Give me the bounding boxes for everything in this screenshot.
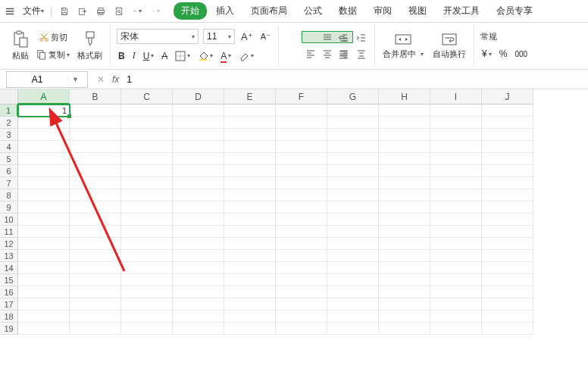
- cell[interactable]: [379, 189, 430, 201]
- cell[interactable]: [18, 250, 70, 262]
- cell[interactable]: [173, 117, 224, 129]
- cell[interactable]: [327, 310, 379, 323]
- cell[interactable]: [173, 323, 224, 335]
- cell[interactable]: [379, 201, 430, 214]
- cell[interactable]: [482, 274, 533, 286]
- cell[interactable]: [18, 310, 70, 323]
- column-header[interactable]: E: [224, 89, 276, 105]
- print-preview-button[interactable]: [113, 5, 125, 17]
- cell[interactable]: [482, 310, 533, 323]
- cell[interactable]: [379, 214, 430, 226]
- cell[interactable]: [430, 165, 482, 177]
- tab-review[interactable]: 审阅: [366, 2, 399, 20]
- cell[interactable]: [430, 323, 482, 335]
- cell[interactable]: [70, 165, 121, 177]
- cell[interactable]: [121, 105, 173, 117]
- row-header[interactable]: 9: [0, 201, 18, 214]
- cell[interactable]: [224, 310, 276, 323]
- cell[interactable]: [379, 165, 430, 177]
- column-header[interactable]: H: [379, 89, 430, 105]
- cell[interactable]: [276, 153, 327, 165]
- row-header[interactable]: 13: [0, 250, 18, 262]
- cell[interactable]: [276, 262, 327, 274]
- name-box[interactable]: ▼: [6, 71, 88, 88]
- cell[interactable]: [173, 250, 224, 262]
- cell[interactable]: [18, 153, 70, 165]
- cell[interactable]: [18, 262, 70, 274]
- cancel-icon[interactable]: ✕: [97, 74, 105, 85]
- cell[interactable]: [224, 201, 276, 214]
- cell[interactable]: [379, 238, 430, 250]
- cell[interactable]: [430, 189, 482, 201]
- column-header[interactable]: A: [18, 89, 70, 105]
- row-header[interactable]: 10: [0, 214, 18, 226]
- cell[interactable]: [224, 286, 276, 298]
- cell[interactable]: [327, 298, 379, 310]
- currency-button[interactable]: ¥▾: [480, 47, 493, 61]
- cell[interactable]: [430, 201, 482, 214]
- cell[interactable]: [379, 226, 430, 238]
- cell[interactable]: [121, 141, 173, 153]
- increase-font-button[interactable]: A⁺: [239, 30, 255, 44]
- distribute-button[interactable]: [355, 48, 368, 61]
- name-box-input[interactable]: [7, 74, 67, 85]
- column-header[interactable]: C: [121, 89, 173, 105]
- cell[interactable]: [379, 105, 430, 117]
- tab-home[interactable]: 开始: [174, 2, 207, 20]
- cell[interactable]: [276, 165, 327, 177]
- cell[interactable]: [121, 274, 173, 286]
- cell[interactable]: [224, 129, 276, 141]
- row-header[interactable]: 8: [0, 189, 18, 201]
- hamburger-menu[interactable]: [5, 6, 15, 17]
- row-header[interactable]: 11: [0, 226, 18, 238]
- cell[interactable]: [18, 177, 70, 189]
- cell[interactable]: [121, 286, 173, 298]
- cell[interactable]: [18, 189, 70, 201]
- cell[interactable]: [70, 226, 121, 238]
- cell[interactable]: [327, 141, 379, 153]
- cell[interactable]: [224, 105, 276, 117]
- cell[interactable]: [482, 323, 533, 335]
- cell[interactable]: [482, 165, 533, 177]
- row-header[interactable]: 5: [0, 153, 18, 165]
- cell[interactable]: [18, 226, 70, 238]
- font-color-button[interactable]: A▾: [219, 49, 233, 63]
- cell[interactable]: [430, 250, 482, 262]
- cell[interactable]: [327, 262, 379, 274]
- cell[interactable]: [173, 189, 224, 201]
- underline-button[interactable]: U▾: [142, 49, 156, 63]
- merge-center-button[interactable]: 合并居中▾: [381, 30, 425, 61]
- cell[interactable]: [18, 298, 70, 310]
- cell[interactable]: [121, 117, 173, 129]
- cell[interactable]: [70, 153, 121, 165]
- cell[interactable]: [327, 226, 379, 238]
- cell[interactable]: [70, 310, 121, 323]
- row-header[interactable]: 14: [0, 262, 18, 274]
- cell[interactable]: [121, 153, 173, 165]
- cell[interactable]: [70, 298, 121, 310]
- cell[interactable]: [430, 238, 482, 250]
- wrap-text-button[interactable]: 自动换行: [431, 30, 468, 61]
- font-size-select[interactable]: 11▾: [203, 29, 235, 44]
- row-header[interactable]: 1: [0, 105, 18, 117]
- cell[interactable]: [224, 214, 276, 226]
- export-button[interactable]: [77, 5, 89, 17]
- print-button[interactable]: [95, 5, 107, 17]
- cell[interactable]: [276, 310, 327, 323]
- cell[interactable]: [173, 286, 224, 298]
- justify-button[interactable]: [336, 48, 350, 61]
- cell[interactable]: [121, 129, 173, 141]
- row-header[interactable]: 6: [0, 165, 18, 177]
- row-header[interactable]: 19: [0, 323, 18, 335]
- cell[interactable]: [173, 165, 224, 177]
- cell[interactable]: [121, 177, 173, 189]
- cell[interactable]: [379, 141, 430, 153]
- cell[interactable]: [276, 298, 327, 310]
- paste-button[interactable]: 粘贴: [11, 29, 30, 63]
- cell[interactable]: [224, 189, 276, 201]
- cell[interactable]: [482, 201, 533, 214]
- cell[interactable]: [173, 310, 224, 323]
- italic-button[interactable]: I: [131, 48, 137, 63]
- cell[interactable]: [482, 214, 533, 226]
- row-header[interactable]: 7: [0, 177, 18, 189]
